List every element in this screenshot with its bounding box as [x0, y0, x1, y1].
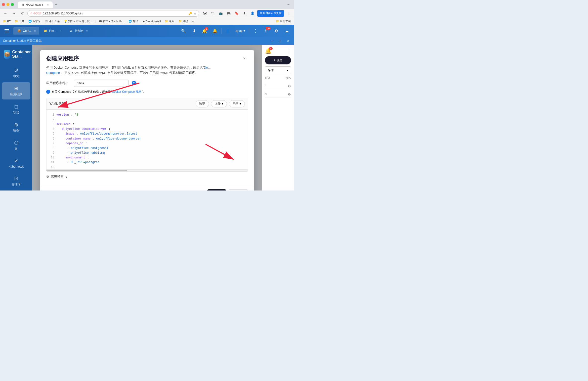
logo-icon: 📦 [4, 50, 10, 59]
picture-icon[interactable]: 🎮 [225, 10, 232, 17]
address-bar[interactable]: ⚠ 不安全 192.168.200.110:5000/cgi-bin/ 🔑 ☆ [27, 10, 199, 17]
bookmark-tools[interactable]: 📁工具 [14, 19, 25, 24]
file-tab-close[interactable]: × [60, 29, 61, 32]
bookmark-toutiao[interactable]: 📰今日头条 [44, 19, 61, 24]
divider1 [221, 28, 221, 34]
app-name-input[interactable] [74, 80, 129, 87]
reload-button[interactable]: ↺ [19, 10, 26, 17]
cloud-btn[interactable]: ☁ [283, 27, 291, 35]
app-tab-file[interactable]: 📁 File ... × [40, 27, 65, 35]
right-create-button[interactable]: + 创建 [265, 56, 291, 64]
sidebar-item-overview[interactable]: ⊙ 概览 [2, 64, 30, 81]
sidebar-item-images[interactable]: ⊕ 映像 [2, 119, 30, 136]
window-close-btn[interactable]: × [285, 38, 291, 44]
back-button[interactable]: ← [2, 10, 9, 17]
all-bookmarks[interactable]: 📁 所有书签 [275, 19, 292, 24]
right-panel: 🔔 5 ⋮ + 创建 操作 ▾ 容器 操作 1 ⚙ 3 ⚙ [262, 45, 294, 190]
info-btn[interactable]: ℹ 10+ [262, 27, 270, 35]
cancel-button[interactable]: 取消 [229, 189, 248, 190]
remote-icon[interactable]: 📺 [217, 10, 224, 17]
bookmark-forum[interactable]: 📁论坛 [164, 19, 175, 24]
control-tab-icon: ⚙ [69, 29, 73, 33]
browser-tabs: 🖥 NAS7F9C8D × + [18, 1, 58, 8]
control-tab-close[interactable]: × [86, 29, 88, 32]
docker-compose-link1[interactable]: Do... [204, 66, 210, 69]
browser-tab-active[interactable]: 🖥 NAS7F9C8D × [18, 1, 53, 8]
sidebar-item-containers[interactable]: ◻ 容器 [2, 100, 30, 118]
row1-gear-icon[interactable]: ⚙ [288, 84, 291, 88]
docker-compose-link2[interactable]: Compose [46, 71, 60, 75]
container-tab-label: Cont... [23, 29, 32, 33]
sidebar-item-kubernetes[interactable]: ✳ Kubernetes [2, 155, 30, 171]
dialog-description: 使用 Docker Compose 部署多容器应用程序，其利用 YAML 文件配… [46, 65, 248, 76]
shield-icon[interactable]: 🛡 [210, 10, 216, 17]
sidebar-item-volumes[interactable]: ⬡ 卷 [2, 137, 30, 154]
bookmark-chiphell[interactable]: 🎮首页 - Chiphell -... [98, 19, 126, 24]
row2-gear-icon[interactable]: ⚙ [288, 92, 291, 96]
create-button[interactable]: 创建 [207, 189, 226, 190]
qnap-appbar: 📦 Cont... × 📁 File ... × ⚙ 控制台 × 🔍 ⬇ 🔔 1… [0, 25, 294, 37]
hamburger-menu[interactable] [3, 28, 10, 34]
sidebar-item-apps-label: 应用程序 [10, 92, 22, 96]
container-tab-close[interactable]: × [34, 29, 36, 32]
sidebar-item-storage[interactable]: ⊡ 存储库 [2, 172, 30, 190]
yaml-line-8: 8 - onlyoffice-postgresql [49, 146, 245, 151]
window-minimize-btn[interactable]: − [269, 38, 275, 44]
settings-btn[interactable]: ⚙ [272, 27, 281, 35]
menu-icon[interactable]: ⋮ [286, 10, 292, 17]
yaml-scrollbar[interactable] [46, 169, 248, 171]
user-menu[interactable]: qnap ▾ [234, 28, 247, 34]
download-btn[interactable]: ⬇ [190, 27, 198, 35]
help-icon[interactable]: ? [132, 81, 136, 85]
yaml-editor[interactable]: 1 version: '3' 2 3 services: [46, 110, 248, 169]
validate-button[interactable]: 验证 [196, 100, 209, 107]
yaml-line-3: 3 services: [49, 122, 245, 127]
expand-button[interactable]: ⋯ [285, 1, 292, 8]
bookmark-shop[interactable]: 📁购物 [177, 19, 189, 24]
yaml-scrollbar-thumb[interactable] [46, 170, 127, 171]
bookmark-translate[interactable]: 🌐翻译 [127, 19, 139, 24]
close-traffic-light[interactable] [2, 3, 5, 6]
advanced-settings[interactable]: ⚙ 高级设置 ∨ [46, 172, 248, 182]
sidebar-item-apps[interactable]: ⊞ 应用程序 [2, 82, 30, 99]
bookmark-zhihu[interactable]: 💡知乎 - 有问题，就... [63, 19, 93, 24]
profile-icon[interactable]: 👤 [249, 10, 256, 17]
star-icon[interactable]: ☆ [194, 12, 196, 15]
window-maximize-btn[interactable]: □ [277, 38, 283, 44]
extensions-btn[interactable]: 🐼 [202, 10, 208, 17]
logo-text: Container Sta... [12, 50, 31, 59]
right-notification-icon[interactable]: 🔔 5 [265, 48, 272, 54]
forward-button[interactable]: → [10, 10, 17, 17]
yaml-buttons: 验证 上传 ▾ 示例 ▾ [196, 100, 245, 107]
bookmark-pt[interactable]: 📁PT [2, 19, 12, 23]
advanced-label: 高级设置 [51, 175, 64, 179]
bell-btn[interactable]: 🔔 [211, 27, 219, 35]
dialog-body: 使用 Docker Compose 部署多容器应用程序，其利用 YAML 文件配… [40, 65, 254, 186]
compose-spec-link[interactable]: Docker Compose 规格 [112, 90, 142, 94]
example-button[interactable]: 示例 ▾ [229, 100, 245, 107]
app-tab-container[interactable]: 📦 Cont... × [13, 27, 39, 35]
notification-btn[interactable]: 🔔 1 [200, 27, 209, 35]
actions-dropdown[interactable]: 操作 ▾ [265, 66, 291, 74]
dialog-close-btn[interactable]: × [241, 55, 248, 62]
bookmark-icon[interactable]: 🔖 [233, 10, 240, 17]
upload-button[interactable]: 上传 ▾ [211, 100, 227, 107]
maximize-traffic-light[interactable] [11, 3, 14, 6]
minimize-traffic-light[interactable] [6, 3, 9, 6]
row2-count: 3 [265, 93, 267, 96]
download-icon[interactable]: ⬇ [241, 10, 248, 17]
yaml-line-9: 9 - onlyoffice-rabbitmq [49, 151, 245, 155]
update-button[interactable]: 重新启动即可更新 [257, 10, 284, 17]
search-btn[interactable]: 🔍 [179, 27, 188, 35]
more-options-btn[interactable]: ⋮ [251, 27, 260, 35]
tab-close-btn[interactable]: × [46, 3, 50, 7]
user-dropdown-icon: ▾ [244, 29, 245, 33]
bookmark-baijia[interactable]: 🌐百家号 [27, 19, 42, 24]
info-icon: i [46, 90, 50, 94]
more-bookmarks[interactable]: » [191, 19, 195, 23]
app-tab-control[interactable]: ⚙ 控制台 × [65, 27, 91, 35]
right-more-icon[interactable]: ⋮ [287, 49, 291, 53]
new-tab-button[interactable]: + [53, 1, 58, 8]
user-icon[interactable]: 👤 [223, 27, 232, 35]
bookmark-cloudinstall[interactable]: ☁Cloud Install [141, 19, 162, 23]
